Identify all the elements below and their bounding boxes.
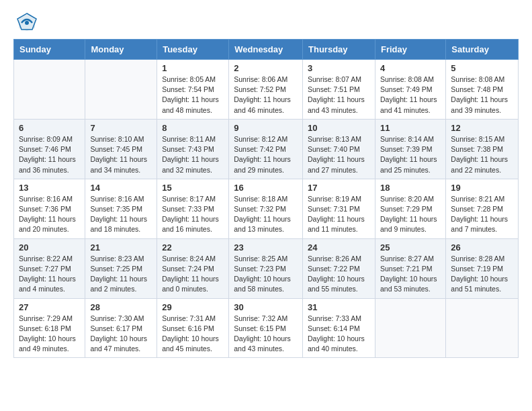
day-number: 24: [308, 242, 370, 253]
day-number: 28: [90, 302, 152, 312]
day-number: 13: [19, 183, 80, 193]
day-info: Sunrise: 7:32 AM Sunset: 6:15 PM Dayligh…: [234, 314, 298, 355]
calendar-cell: 13Sunrise: 8:16 AM Sunset: 7:36 PM Dayli…: [14, 179, 85, 238]
day-number: 15: [162, 183, 224, 193]
calendar-cell: [375, 298, 445, 358]
day-number: 12: [451, 123, 513, 133]
calendar-cell: 26Sunrise: 8:28 AM Sunset: 7:19 PM Dayli…: [446, 238, 519, 298]
day-info: Sunrise: 8:08 AM Sunset: 7:49 PM Dayligh…: [380, 75, 441, 116]
day-info: Sunrise: 8:16 AM Sunset: 7:35 PM Dayligh…: [90, 194, 152, 235]
day-info: Sunrise: 8:05 AM Sunset: 7:54 PM Dayligh…: [162, 75, 224, 116]
day-number: 27: [19, 302, 80, 312]
day-info: Sunrise: 8:22 AM Sunset: 7:27 PM Dayligh…: [19, 254, 80, 295]
calendar-week-row: 13Sunrise: 8:16 AM Sunset: 7:36 PM Dayli…: [14, 179, 519, 238]
calendar-table: SundayMondayTuesdayWednesdayThursdayFrid…: [13, 39, 519, 358]
day-number: 30: [234, 302, 298, 312]
weekday-header-friday: Friday: [375, 40, 445, 60]
weekday-header-monday: Monday: [85, 40, 157, 60]
day-info: Sunrise: 8:20 AM Sunset: 7:29 PM Dayligh…: [380, 194, 441, 235]
calendar-cell: [14, 60, 85, 120]
day-number: 29: [162, 302, 224, 312]
calendar-cell: 29Sunrise: 7:31 AM Sunset: 6:16 PM Dayli…: [157, 298, 229, 358]
day-info: Sunrise: 7:31 AM Sunset: 6:16 PM Dayligh…: [162, 314, 224, 355]
day-number: 6: [19, 123, 80, 133]
weekday-header-row: SundayMondayTuesdayWednesdayThursdayFrid…: [14, 40, 519, 60]
calendar-cell: 23Sunrise: 8:25 AM Sunset: 7:23 PM Dayli…: [229, 238, 303, 298]
day-number: 21: [90, 242, 152, 253]
day-number: 25: [380, 242, 441, 253]
day-number: 3: [308, 63, 370, 73]
calendar-cell: 8Sunrise: 8:11 AM Sunset: 7:43 PM Daylig…: [157, 119, 229, 179]
day-info: Sunrise: 8:10 AM Sunset: 7:45 PM Dayligh…: [90, 134, 152, 175]
day-info: Sunrise: 8:06 AM Sunset: 7:52 PM Dayligh…: [234, 75, 298, 116]
day-info: Sunrise: 8:08 AM Sunset: 7:48 PM Dayligh…: [451, 75, 513, 116]
day-number: 31: [308, 302, 370, 312]
day-info: Sunrise: 7:33 AM Sunset: 6:14 PM Dayligh…: [308, 314, 370, 355]
calendar-cell: 30Sunrise: 7:32 AM Sunset: 6:15 PM Dayli…: [229, 298, 303, 358]
weekday-header-sunday: Sunday: [14, 40, 85, 60]
calendar-week-row: 6Sunrise: 8:09 AM Sunset: 7:46 PM Daylig…: [14, 119, 519, 179]
calendar-cell: 1Sunrise: 8:05 AM Sunset: 7:54 PM Daylig…: [157, 60, 229, 120]
page-header: [0, 0, 532, 39]
day-info: Sunrise: 8:28 AM Sunset: 7:19 PM Dayligh…: [451, 254, 513, 295]
day-number: 1: [162, 63, 224, 73]
day-info: Sunrise: 8:16 AM Sunset: 7:36 PM Dayligh…: [19, 194, 80, 235]
calendar-cell: 5Sunrise: 8:08 AM Sunset: 7:48 PM Daylig…: [446, 60, 519, 120]
day-info: Sunrise: 8:19 AM Sunset: 7:31 PM Dayligh…: [308, 194, 370, 235]
weekday-header-tuesday: Tuesday: [157, 40, 229, 60]
day-number: 18: [380, 183, 441, 193]
day-number: 26: [451, 242, 513, 253]
day-number: 11: [380, 123, 441, 133]
day-info: Sunrise: 8:14 AM Sunset: 7:39 PM Dayligh…: [380, 134, 441, 175]
day-number: 4: [380, 63, 441, 73]
calendar-cell: 2Sunrise: 8:06 AM Sunset: 7:52 PM Daylig…: [229, 60, 303, 120]
day-info: Sunrise: 8:15 AM Sunset: 7:38 PM Dayligh…: [451, 134, 513, 175]
calendar-week-row: 1Sunrise: 8:05 AM Sunset: 7:54 PM Daylig…: [14, 60, 519, 120]
calendar-cell: 7Sunrise: 8:10 AM Sunset: 7:45 PM Daylig…: [85, 119, 157, 179]
calendar-cell: 21Sunrise: 8:23 AM Sunset: 7:25 PM Dayli…: [85, 238, 157, 298]
day-number: 17: [308, 183, 370, 193]
day-info: Sunrise: 8:11 AM Sunset: 7:43 PM Dayligh…: [162, 134, 224, 175]
day-info: Sunrise: 8:18 AM Sunset: 7:32 PM Dayligh…: [234, 194, 298, 235]
day-number: 2: [234, 63, 298, 73]
logo: [16, 12, 40, 34]
day-info: Sunrise: 8:25 AM Sunset: 7:23 PM Dayligh…: [234, 254, 298, 295]
day-info: Sunrise: 8:09 AM Sunset: 7:46 PM Dayligh…: [19, 134, 80, 175]
day-number: 8: [162, 123, 224, 133]
calendar-cell: 27Sunrise: 7:29 AM Sunset: 6:18 PM Dayli…: [14, 298, 85, 358]
weekday-header-thursday: Thursday: [303, 40, 375, 60]
calendar-cell: 9Sunrise: 8:12 AM Sunset: 7:42 PM Daylig…: [229, 119, 303, 179]
calendar-cell: 24Sunrise: 8:26 AM Sunset: 7:22 PM Dayli…: [303, 238, 375, 298]
day-number: 23: [234, 242, 298, 253]
day-number: 20: [19, 242, 80, 253]
day-info: Sunrise: 8:24 AM Sunset: 7:24 PM Dayligh…: [162, 254, 224, 295]
calendar-cell: 17Sunrise: 8:19 AM Sunset: 7:31 PM Dayli…: [303, 179, 375, 238]
calendar-cell: 25Sunrise: 8:27 AM Sunset: 7:21 PM Dayli…: [375, 238, 445, 298]
calendar-cell: [446, 298, 519, 358]
day-info: Sunrise: 7:29 AM Sunset: 6:18 PM Dayligh…: [19, 314, 80, 355]
day-info: Sunrise: 8:17 AM Sunset: 7:33 PM Dayligh…: [162, 194, 224, 235]
calendar-cell: 31Sunrise: 7:33 AM Sunset: 6:14 PM Dayli…: [303, 298, 375, 358]
calendar-cell: 3Sunrise: 8:07 AM Sunset: 7:51 PM Daylig…: [303, 60, 375, 120]
day-info: Sunrise: 8:23 AM Sunset: 7:25 PM Dayligh…: [90, 254, 152, 295]
day-number: 16: [234, 183, 298, 193]
svg-point-3: [25, 21, 29, 25]
calendar-cell: 6Sunrise: 8:09 AM Sunset: 7:46 PM Daylig…: [14, 119, 85, 179]
day-info: Sunrise: 8:07 AM Sunset: 7:51 PM Dayligh…: [308, 75, 370, 116]
calendar-cell: 11Sunrise: 8:14 AM Sunset: 7:39 PM Dayli…: [375, 119, 445, 179]
calendar-week-row: 27Sunrise: 7:29 AM Sunset: 6:18 PM Dayli…: [14, 298, 519, 358]
calendar-cell: 16Sunrise: 8:18 AM Sunset: 7:32 PM Dayli…: [229, 179, 303, 238]
weekday-header-saturday: Saturday: [446, 40, 519, 60]
weekday-header-wednesday: Wednesday: [229, 40, 303, 60]
day-info: Sunrise: 7:30 AM Sunset: 6:17 PM Dayligh…: [90, 314, 152, 355]
day-number: 5: [451, 63, 513, 73]
calendar-cell: 12Sunrise: 8:15 AM Sunset: 7:38 PM Dayli…: [446, 119, 519, 179]
day-info: Sunrise: 8:27 AM Sunset: 7:21 PM Dayligh…: [380, 254, 441, 295]
calendar-cell: 18Sunrise: 8:20 AM Sunset: 7:29 PM Dayli…: [375, 179, 445, 238]
calendar-wrapper: SundayMondayTuesdayWednesdayThursdayFrid…: [0, 39, 532, 365]
day-number: 19: [451, 183, 513, 193]
day-number: 22: [162, 242, 224, 253]
calendar-cell: [85, 60, 157, 120]
calendar-week-row: 20Sunrise: 8:22 AM Sunset: 7:27 PM Dayli…: [14, 238, 519, 298]
calendar-cell: 20Sunrise: 8:22 AM Sunset: 7:27 PM Dayli…: [14, 238, 85, 298]
